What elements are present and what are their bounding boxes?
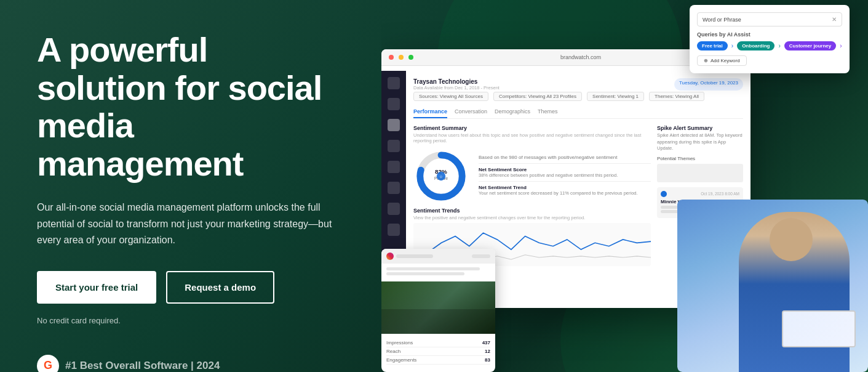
award-title: #1 Best Overall Software | 2024	[65, 360, 220, 372]
ai-chip-free-trial[interactable]: Free trial	[697, 41, 728, 51]
person-head	[770, 218, 813, 261]
company-title: Traysan Technologies	[413, 78, 500, 85]
filter-sentiment[interactable]: Sentiment: Viewing 1	[587, 92, 644, 101]
social-handle-bar	[472, 254, 490, 258]
text-line-2	[386, 272, 464, 275]
start-trial-button[interactable]: Start your free trial	[37, 271, 156, 304]
social-metrics: Impressions 437 Reach 12 Engagements 83	[381, 334, 495, 370]
positive-label: Based on the 980 of messages with positi…	[479, 155, 651, 160]
net-trend-stat: Net Sentiment Trend Your net sentiment s…	[479, 185, 651, 196]
request-demo-button[interactable]: Request a demo	[166, 271, 274, 304]
social-post-text-area	[381, 264, 495, 281]
metric-engagements: Engagements 83	[386, 356, 490, 365]
trends-desc: View the positive and negative sentiment…	[413, 215, 651, 220]
ai-assist-panel: Word or Phrase ✕ Queries by AI Assist Fr…	[690, 5, 850, 73]
awards-section: G #1 Best Overall Software | 2024 Top 50…	[37, 355, 344, 372]
chip-arrow-1: ›	[731, 42, 733, 49]
plus-icon: ⊕	[704, 58, 708, 63]
social-username-bar	[396, 254, 433, 258]
divider	[479, 163, 651, 164]
ai-search-bar[interactable]: Word or Phrase ✕	[697, 12, 842, 26]
spike-alert-desc: Spike Alert detected at 8AM. Top keyword…	[657, 132, 743, 152]
message-header: Oct 19, 2023 8:00 AM	[661, 191, 739, 197]
add-keyword-button[interactable]: ⊕ Add Keyword	[697, 55, 747, 66]
svg-text:☺: ☺	[439, 174, 443, 179]
ai-chips-container: Free trial › Onboarding › Customer journ…	[697, 41, 842, 51]
nav-icon-sentiment[interactable]	[388, 119, 400, 131]
social-card-header	[381, 249, 495, 264]
trends-label: Sentiment Trends	[413, 208, 651, 214]
ai-queries-label: Queries by AI Assist	[697, 31, 842, 38]
no-credit-text: No credit card required.	[37, 316, 344, 325]
ai-chip-customer-journey[interactable]: Customer journey	[784, 41, 836, 51]
social-post-image	[381, 281, 495, 334]
nav-icon-settings[interactable]	[388, 161, 400, 173]
chart-labels: Based on the 980 of messages with positi…	[479, 155, 651, 198]
hero-section: A powerful solution for social media man…	[0, 0, 868, 372]
company-subtitle: Data Available from Dec 1, 2018 - Presen…	[413, 85, 500, 91]
right-visual: Word or Phrase ✕ Queries by AI Assist Fr…	[381, 0, 868, 372]
ai-search-placeholder: Word or Phrase	[703, 17, 828, 23]
g2-badge: G #1 Best Overall Software | 2024	[37, 355, 344, 372]
tab-conversation[interactable]: Conversation	[455, 106, 487, 118]
left-content: A powerful solution for social media man…	[0, 0, 381, 372]
cta-buttons: Start your free trial Request a demo	[37, 271, 344, 304]
g2-logo: G	[37, 355, 59, 372]
text-line-1	[386, 267, 480, 270]
social-post-card: Impressions 437 Reach 12 Engagements 83	[381, 249, 495, 372]
chip-arrow-2: ›	[778, 42, 780, 49]
chip-arrow-3: ›	[840, 42, 842, 49]
company-header: Traysan Technologies Data Available from…	[413, 78, 743, 91]
search-close-icon: ✕	[832, 16, 837, 23]
date-badge: Tuesday, October 19, 2023	[674, 78, 743, 91]
message-time: Oct 19, 2023 8:00 AM	[701, 192, 739, 196]
page-subheadline: Our all-in-one social media management p…	[37, 200, 344, 248]
metric-impressions: Impressions 437	[386, 339, 490, 347]
window-close-dot	[389, 55, 394, 60]
social-avatar-icon	[386, 253, 394, 260]
spike-alert-title: Spike Alert Summary	[657, 125, 743, 131]
sentiment-chart-area: 82% Positive ☺ Based on the 980 of messa…	[413, 148, 651, 204]
nav-icon-analytics[interactable]	[388, 98, 400, 110]
nav-icon-messages[interactable]	[388, 182, 400, 194]
laptop-screen	[782, 310, 856, 347]
dashboard-tabs: Performance Conversation Demographics Th…	[413, 106, 743, 119]
tab-themes[interactable]: Themes	[538, 106, 558, 118]
window-max-dot	[408, 55, 413, 60]
divider2	[479, 181, 651, 182]
nav-icon-home[interactable]	[388, 77, 400, 89]
nav-icon-users[interactable]	[388, 203, 400, 215]
tab-performance[interactable]: Performance	[413, 106, 447, 118]
tab-demographics[interactable]: Demographics	[495, 106, 530, 118]
page-headline: A powerful solution for social media man…	[37, 31, 344, 182]
filter-row: Sources: Viewing All Sources Competitors…	[413, 92, 743, 101]
user-avatar	[661, 191, 667, 197]
company-info: Traysan Technologies Data Available from…	[413, 78, 500, 91]
nav-icon-reports[interactable]	[388, 140, 400, 152]
ai-chip-onboarding[interactable]: Onboarding	[737, 41, 774, 51]
filter-competitors[interactable]: Competitors: Viewing All 23 Profiles	[493, 92, 582, 101]
themes-placeholder	[657, 164, 743, 182]
sentiment-donut-chart: 82% Positive ☺	[413, 148, 469, 204]
nav-icon-more[interactable]	[388, 224, 400, 236]
image-shadow	[381, 309, 495, 334]
person-photo-card	[677, 200, 868, 372]
filter-sources[interactable]: Sources: Viewing All Sources	[413, 92, 488, 101]
net-score-stat: Net Sentiment Score 38% difference betwe…	[479, 167, 651, 178]
potential-themes-label: Potential Themes	[657, 156, 743, 161]
filter-themes[interactable]: Themes: Viewing All	[649, 92, 704, 101]
sentiment-summary-desc: Understand how users feel about this top…	[413, 132, 651, 144]
metric-reach: Reach 12	[386, 347, 490, 356]
laptop-screen-content	[783, 312, 854, 346]
window-min-dot	[399, 55, 404, 60]
sentiment-summary-title: Sentiment Summary	[413, 125, 651, 131]
